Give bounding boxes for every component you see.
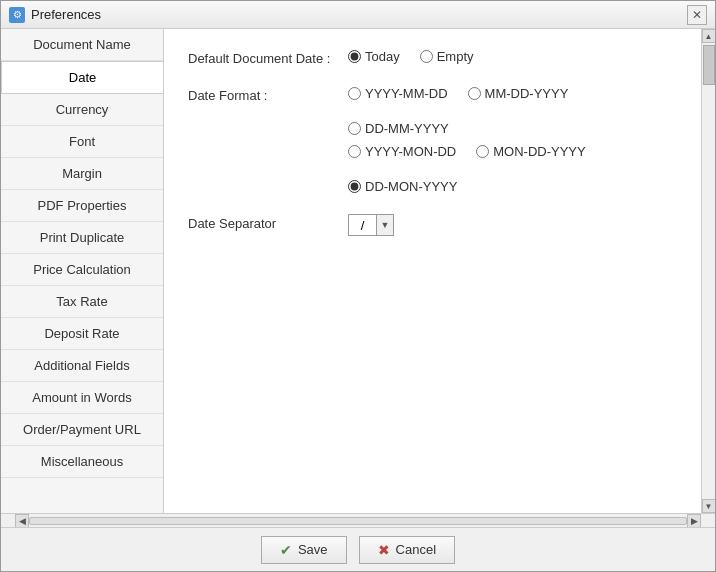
date-format-row2: YYYY-MON-DD MON-DD-YYYY DD-MON-YYYY xyxy=(348,144,677,194)
save-button[interactable]: ✔ Save xyxy=(261,536,347,564)
scroll-down-button[interactable]: ▼ xyxy=(702,499,716,513)
empty-option[interactable]: Empty xyxy=(420,49,474,64)
bottom-scrollbar: ◀ ▶ xyxy=(1,513,715,527)
dd-mm-yyyy-radio[interactable] xyxy=(348,122,361,135)
default-document-date-options: Today Empty xyxy=(348,49,474,64)
cancel-button[interactable]: ✖ Cancel xyxy=(359,536,455,564)
separator-dropdown-arrow[interactable]: ▼ xyxy=(376,214,394,236)
date-separator-label: Date Separator xyxy=(188,214,348,231)
mm-dd-yyyy-option[interactable]: MM-DD-YYYY xyxy=(468,86,569,101)
footer: ✔ Save ✖ Cancel xyxy=(1,527,715,571)
default-document-date-row: Default Document Date : Today Empty xyxy=(188,49,677,66)
dd-mm-yyyy-option[interactable]: DD-MM-YYYY xyxy=(348,121,449,136)
dd-mm-yyyy-label: DD-MM-YYYY xyxy=(365,121,449,136)
sidebar-item-miscellaneous[interactable]: Miscellaneous xyxy=(1,446,163,478)
sidebar-item-font[interactable]: Font xyxy=(1,126,163,158)
window-title: Preferences xyxy=(31,7,101,22)
date-format-row: Date Format : YYYY-MM-DD MM-DD-YYYY xyxy=(188,86,677,194)
sidebar-item-currency[interactable]: Currency xyxy=(1,94,163,126)
yyyy-mon-dd-label: YYYY-MON-DD xyxy=(365,144,456,159)
scroll-up-button[interactable]: ▲ xyxy=(702,29,716,43)
separator-select: ▼ xyxy=(348,214,394,236)
mon-dd-yyyy-label: MON-DD-YYYY xyxy=(493,144,585,159)
mm-dd-yyyy-label: MM-DD-YYYY xyxy=(485,86,569,101)
today-label: Today xyxy=(365,49,400,64)
today-option[interactable]: Today xyxy=(348,49,400,64)
yyyy-mm-dd-radio[interactable] xyxy=(348,87,361,100)
sidebar-item-deposit-rate[interactable]: Deposit Rate xyxy=(1,318,163,350)
today-radio[interactable] xyxy=(348,50,361,63)
dd-mon-yyyy-radio[interactable] xyxy=(348,180,361,193)
yyyy-mon-dd-radio[interactable] xyxy=(348,145,361,158)
save-icon: ✔ xyxy=(280,542,292,558)
default-document-date-label: Default Document Date : xyxy=(188,49,348,66)
yyyy-mon-dd-option[interactable]: YYYY-MON-DD xyxy=(348,144,456,159)
sidebar: Document NameDateCurrencyFontMarginPDF P… xyxy=(1,29,164,513)
sidebar-item-pdf-properties[interactable]: PDF Properties xyxy=(1,190,163,222)
mon-dd-yyyy-radio[interactable] xyxy=(476,145,489,158)
close-button[interactable]: ✕ xyxy=(687,5,707,25)
sidebar-item-document-name[interactable]: Document Name xyxy=(1,29,163,61)
mon-dd-yyyy-option[interactable]: MON-DD-YYYY xyxy=(476,144,585,159)
scroll-left-button[interactable]: ◀ xyxy=(15,514,29,528)
mm-dd-yyyy-radio[interactable] xyxy=(468,87,481,100)
separator-input[interactable] xyxy=(348,214,376,236)
cancel-icon: ✖ xyxy=(378,542,390,558)
empty-radio[interactable] xyxy=(420,50,433,63)
scrollbar-track xyxy=(29,517,687,525)
dd-mon-yyyy-option[interactable]: DD-MON-YYYY xyxy=(348,179,457,194)
sidebar-item-amount-in-words[interactable]: Amount in Words xyxy=(1,382,163,414)
cancel-label: Cancel xyxy=(396,542,436,557)
title-bar-left: ⚙ Preferences xyxy=(9,7,101,23)
sidebar-item-additional-fields[interactable]: Additional Fields xyxy=(1,350,163,382)
yyyy-mm-dd-option[interactable]: YYYY-MM-DD xyxy=(348,86,448,101)
sidebar-item-order-payment-url[interactable]: Order/Payment URL xyxy=(1,414,163,446)
save-label: Save xyxy=(298,542,328,557)
window-icon: ⚙ xyxy=(9,7,25,23)
right-scrollbar: ▲ ▼ xyxy=(701,29,715,513)
sidebar-item-date[interactable]: Date xyxy=(1,61,164,94)
sidebar-item-margin[interactable]: Margin xyxy=(1,158,163,190)
content-area: Default Document Date : Today Empty xyxy=(164,29,701,513)
default-document-date-controls: Today Empty xyxy=(348,49,474,64)
main-content: Document NameDateCurrencyFontMarginPDF P… xyxy=(1,29,715,513)
sidebar-item-print-duplicate[interactable]: Print Duplicate xyxy=(1,222,163,254)
date-separator-controls: ▼ xyxy=(348,214,394,236)
date-format-row1: YYYY-MM-DD MM-DD-YYYY DD-MM-YYYY xyxy=(348,86,677,136)
preferences-window: ⚙ Preferences ✕ Document NameDateCurrenc… xyxy=(0,0,716,572)
title-bar: ⚙ Preferences ✕ xyxy=(1,1,715,29)
empty-label: Empty xyxy=(437,49,474,64)
date-format-controls: YYYY-MM-DD MM-DD-YYYY DD-MM-YYYY xyxy=(348,86,677,194)
yyyy-mm-dd-label: YYYY-MM-DD xyxy=(365,86,448,101)
sidebar-item-price-calculation[interactable]: Price Calculation xyxy=(1,254,163,286)
sidebar-item-tax-rate[interactable]: Tax Rate xyxy=(1,286,163,318)
dd-mon-yyyy-label: DD-MON-YYYY xyxy=(365,179,457,194)
scroll-right-button[interactable]: ▶ xyxy=(687,514,701,528)
date-separator-row: Date Separator ▼ xyxy=(188,214,677,236)
date-format-label: Date Format : xyxy=(188,86,348,103)
scroll-thumb[interactable] xyxy=(703,45,715,85)
